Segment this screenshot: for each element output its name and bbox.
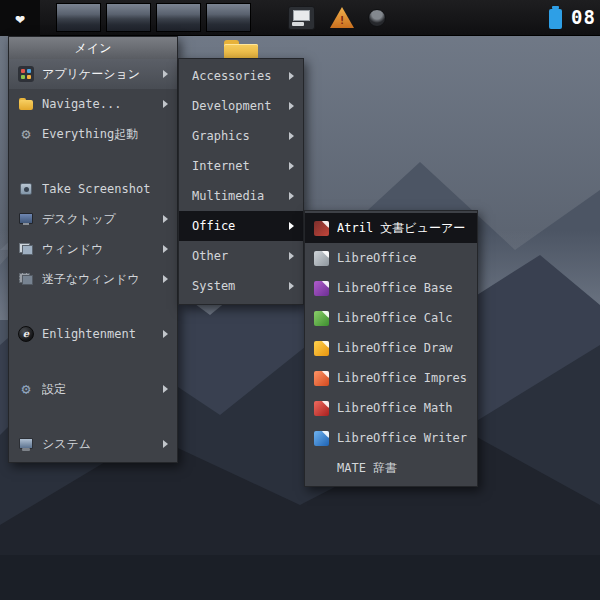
submenu-arrow-icon (163, 245, 168, 253)
menu-item-lost-windows[interactable]: 迷子なウィンドウ (9, 264, 177, 294)
desktop-icon (18, 211, 34, 227)
menu-item-label: MATE 辞書 (337, 460, 468, 477)
menu-item-label: 設定 (42, 381, 155, 398)
desktop: ❤ ! 08 メイン アプリケーション Navigate... (0, 0, 600, 600)
submenu-arrow-icon (289, 132, 294, 140)
menu-item-label: LibreOffice Calc (337, 311, 468, 325)
pager-desktop-thumbnail[interactable] (106, 3, 151, 32)
submenu-arrow-icon (289, 102, 294, 110)
menu-separator (9, 404, 177, 429)
enlightenment-logo-icon (18, 326, 34, 342)
menu-item-label: Development (192, 99, 281, 113)
desktop-pager (56, 3, 251, 32)
menu-item-settings[interactable]: 設定 (9, 374, 177, 404)
menu-item-atril[interactable]: Atril 文書ビューアー (305, 213, 477, 243)
submenu-arrow-icon (163, 440, 168, 448)
libreoffice-math-icon (314, 401, 329, 416)
menu-item-label: アプリケーション (42, 66, 155, 83)
menu-item-label: LibreOffice Writer (337, 431, 468, 445)
menu-item-take-screenshot[interactable]: Take Screenshot (9, 174, 177, 204)
folder-icon (18, 96, 34, 112)
menu-item-libreoffice-impress[interactable]: LibreOffice Impress (305, 363, 477, 393)
menu-item-navigate[interactable]: Navigate... (9, 89, 177, 119)
battery-icon[interactable] (549, 9, 562, 29)
menu-item-label: Other (192, 249, 281, 263)
empty-icon-slot (314, 461, 329, 476)
libreoffice-draw-icon (314, 341, 329, 356)
libreoffice-writer-icon (314, 431, 329, 446)
menu-item-run-everything[interactable]: Everything起動 (9, 119, 177, 149)
menu-item-libreoffice-math[interactable]: LibreOffice Math (305, 393, 477, 423)
menu-item-libreoffice-draw[interactable]: LibreOffice Draw (305, 333, 477, 363)
menu-item-label: Enlightenment (42, 327, 155, 341)
menu-item-label: System (192, 279, 281, 293)
menu-item-libreoffice-base[interactable]: LibreOffice Base (305, 273, 477, 303)
menu-item-windows[interactable]: ウィンドウ (9, 234, 177, 264)
menu-item-label: Atril 文書ビューアー (337, 220, 468, 237)
keyboard-layout-icon[interactable] (288, 6, 315, 30)
libreoffice-impress-icon (314, 371, 329, 386)
menu-separator (9, 149, 177, 174)
top-shelf: ❤ ! 08 (0, 0, 600, 36)
submenu-arrow-icon (163, 100, 168, 108)
system-monitor-icon (18, 436, 34, 452)
menu-item-libreoffice[interactable]: LibreOffice (305, 243, 477, 273)
menu-item-label: Office (192, 219, 281, 233)
menu-item-multimedia[interactable]: Multimedia (179, 181, 303, 211)
submenu-arrow-icon (163, 70, 168, 78)
menu-item-other[interactable]: Other (179, 241, 303, 271)
libreoffice-base-icon (314, 281, 329, 296)
menu-item-development[interactable]: Development (179, 91, 303, 121)
menu-separator (9, 294, 177, 319)
menu-item-system-apps[interactable]: System (179, 271, 303, 301)
pager-desktop-thumbnail[interactable] (156, 3, 201, 32)
start-heart-icon: ❤ (15, 9, 25, 28)
gear-icon (18, 126, 34, 142)
submenu-arrow-icon (289, 72, 294, 80)
menu-separator (9, 349, 177, 374)
menu-item-accessories[interactable]: Accessories (179, 61, 303, 91)
menu-item-libreoffice-calc[interactable]: LibreOffice Calc (305, 303, 477, 333)
libreoffice-calc-icon (314, 311, 329, 326)
submenu-arrow-icon (289, 222, 294, 230)
windows-icon (18, 241, 34, 257)
submenu-arrow-icon (163, 215, 168, 223)
menu-item-applications[interactable]: アプリケーション (9, 59, 177, 89)
atril-icon (314, 221, 329, 236)
clock: 08 (571, 6, 600, 28)
submenu-arrow-icon (289, 192, 294, 200)
warning-icon[interactable]: ! (330, 7, 354, 28)
menu-item-label: Navigate... (42, 97, 155, 111)
submenu-arrow-icon (163, 275, 168, 283)
menu-item-label: Everything起動 (42, 126, 168, 143)
menu-item-enlightenment[interactable]: Enlightenment (9, 319, 177, 349)
menu-item-mate-dictionary[interactable]: MATE 辞書 (305, 453, 477, 483)
menu-item-label: LibreOffice Draw (337, 341, 468, 355)
menu-item-label: システム (42, 436, 155, 453)
applications-icon (18, 66, 34, 82)
menu-item-label: LibreOffice Base (337, 281, 468, 295)
status-circle-icon[interactable] (368, 9, 386, 27)
warning-exclamation: ! (339, 13, 346, 28)
submenu-arrow-icon (163, 330, 168, 338)
menu-item-label: デスクトップ (42, 211, 155, 228)
menu-item-label: Multimedia (192, 189, 281, 203)
start-menu-button[interactable]: ❤ (0, 0, 40, 36)
settings-gear-icon (18, 381, 34, 397)
screenshot-icon (18, 181, 34, 197)
submenu-arrow-icon (289, 162, 294, 170)
menu-item-libreoffice-writer[interactable]: LibreOffice Writer (305, 423, 477, 453)
menu-item-label: Accessories (192, 69, 281, 83)
menu-item-label: Take Screenshot (42, 182, 168, 196)
menu-item-graphics[interactable]: Graphics (179, 121, 303, 151)
submenu-arrow-icon (289, 282, 294, 290)
menu-item-desktop[interactable]: デスクトップ (9, 204, 177, 234)
pager-desktop-thumbnail[interactable] (56, 3, 101, 32)
menu-item-label: LibreOffice Impress (337, 371, 468, 385)
menu-item-system[interactable]: システム (9, 429, 177, 459)
menu-item-internet[interactable]: Internet (179, 151, 303, 181)
pager-desktop-thumbnail[interactable] (206, 3, 251, 32)
lost-windows-icon (18, 271, 34, 287)
menu-item-office[interactable]: Office (179, 211, 303, 241)
menu-item-label: Graphics (192, 129, 281, 143)
